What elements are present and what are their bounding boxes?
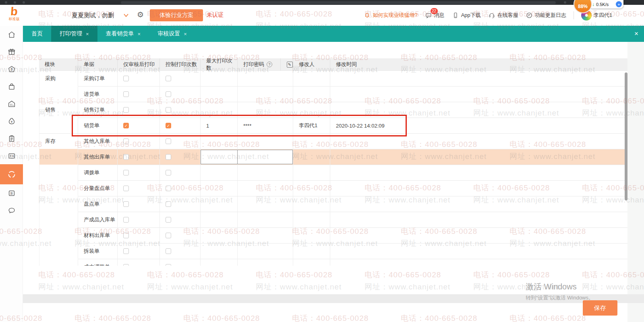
table-row[interactable]: 进货单	[39, 86, 627, 102]
checkbox[interactable]	[166, 107, 171, 113]
table-row[interactable]: 盘点单	[39, 196, 627, 212]
table-row[interactable]: 成本调整单	[39, 259, 627, 266]
table-row[interactable]: 拆装单	[39, 243, 627, 259]
only-after-audit-cell	[118, 196, 160, 212]
table-row[interactable]: 销货单✓✓1****李四代12020-10-22 14:02:09	[39, 118, 627, 133]
add-icon[interactable]: +	[616, 1, 622, 7]
edit-pencil-icon[interactable]: ✎	[287, 62, 293, 68]
sidebar-item-reports[interactable]	[0, 130, 23, 147]
editor-cell	[293, 227, 330, 243]
password-cell	[238, 180, 293, 196]
checkbox[interactable]	[123, 217, 129, 223]
checkbox[interactable]	[123, 154, 129, 160]
promo-link[interactable]: 如何实现业绩猛增?	[364, 12, 417, 19]
checkbox[interactable]	[123, 233, 129, 238]
table-row[interactable]: 材料出库单	[39, 227, 627, 243]
table-row[interactable]: 其他出库单	[39, 149, 627, 165]
headset-icon	[488, 12, 495, 19]
tab-close-icon[interactable]: ×	[138, 31, 141, 37]
gear-icon[interactable]: ⚙	[137, 10, 144, 19]
sidebar-item-purchase[interactable]: $	[0, 60, 23, 78]
new-badge-icon: 新	[7, 189, 16, 198]
only-after-audit-cell	[118, 133, 160, 149]
checkbox[interactable]	[166, 170, 171, 175]
checkbox[interactable]: ✓	[166, 123, 171, 128]
checkbox[interactable]	[123, 248, 129, 254]
header-time: 修改时间	[330, 58, 627, 70]
checkbox[interactable]	[123, 201, 129, 207]
tabbar-close-icon[interactable]: ×	[634, 26, 638, 42]
max-count-cell	[201, 212, 238, 227]
checkbox[interactable]	[166, 138, 171, 144]
tab-查看销货单[interactable]: 查看销货单×	[97, 26, 149, 42]
question-icon[interactable]: ?	[267, 62, 272, 67]
sidebar-item-promotion[interactable]	[0, 43, 23, 60]
sidebar-item-whats-new[interactable]: 新	[0, 184, 23, 202]
table-row[interactable]: 采购采购订单	[39, 70, 627, 86]
checkbox[interactable]	[166, 76, 171, 81]
changelog-button[interactable]: 功能更新日志	[526, 12, 566, 19]
browser-address-bar[interactable]	[121, 1, 556, 4]
app-logo[interactable]: b 标准版	[5, 5, 23, 22]
vertical-scrollbar-thumb[interactable]	[625, 72, 627, 200]
browser-back-icon[interactable]	[5, 1, 7, 4]
tab-审核设置[interactable]: 审核设置×	[149, 26, 195, 42]
checkbox[interactable]: ✓	[123, 123, 129, 128]
table-row[interactable]: 库存其他入库单	[39, 133, 627, 149]
checkbox[interactable]	[123, 186, 129, 191]
sync-icon	[7, 169, 17, 179]
table-row[interactable]: 产成品入库单	[39, 212, 627, 227]
not-certified-label[interactable]: 未认证	[207, 5, 224, 26]
dollar-house-icon: $	[7, 65, 16, 74]
checkbox[interactable]	[123, 264, 129, 266]
tab-close-icon[interactable]: ×	[86, 31, 89, 37]
browser-refresh-icon[interactable]	[23, 1, 25, 4]
table-row[interactable]: 调拨单	[39, 165, 627, 180]
browser-extension-icon[interactable]	[564, 1, 566, 4]
tab-首页[interactable]: 首页	[23, 26, 51, 42]
checkbox[interactable]	[166, 264, 171, 266]
save-button[interactable]: 保存	[583, 300, 617, 316]
module-cell	[39, 118, 78, 133]
app-download-button[interactable]: App下载	[452, 12, 481, 19]
checkbox[interactable]	[166, 91, 171, 97]
max-count-input[interactable]	[201, 150, 238, 164]
checkbox[interactable]	[123, 91, 129, 97]
chevron-down-icon[interactable]	[123, 12, 129, 19]
control-count-cell	[160, 227, 201, 243]
table-row[interactable]: 销售销售订单	[39, 102, 627, 118]
sidebar-item-inventory[interactable]	[0, 95, 23, 112]
checkbox[interactable]	[123, 107, 129, 113]
checkbox[interactable]	[166, 233, 171, 238]
time-cell	[330, 196, 627, 212]
checkbox[interactable]	[166, 186, 171, 191]
messages-button[interactable]: 消息 22	[425, 12, 445, 19]
checkbox[interactable]	[166, 154, 171, 160]
tab-close-icon[interactable]: ×	[184, 31, 187, 37]
company-selector[interactable]: 夏夏测试，勿删	[72, 5, 114, 26]
sidebar-item-contacts[interactable]: A	[0, 147, 23, 164]
tab-打印管理[interactable]: 打印管理×	[51, 26, 97, 42]
checkbox[interactable]	[123, 76, 129, 81]
online-service-button[interactable]: 在线客服	[488, 12, 518, 19]
password-input[interactable]	[237, 150, 293, 164]
checkbox[interactable]	[166, 217, 171, 223]
browser-forward-icon[interactable]	[14, 1, 16, 4]
password-cell	[238, 70, 293, 86]
checkbox[interactable]	[123, 138, 129, 144]
time-cell	[330, 102, 627, 118]
sidebar-item-sales[interactable]	[0, 78, 23, 95]
sidebar-item-settings-active[interactable]	[0, 164, 23, 184]
sidebar-item-feedback[interactable]	[0, 202, 23, 219]
checkbox[interactable]	[166, 248, 171, 254]
sidebar-item-funds[interactable]: ¥	[0, 112, 23, 130]
trial-plan-button[interactable]: 体验行业方案	[150, 9, 203, 21]
checkbox[interactable]	[166, 201, 171, 207]
editor-cell	[293, 180, 330, 196]
sidebar-item-home[interactable]	[0, 26, 23, 43]
net-speed-widget[interactable]: ↓ 0.5K/s +	[589, 0, 623, 8]
table-row[interactable]: 分量盘点单	[39, 180, 627, 196]
control-count-cell	[160, 243, 201, 259]
editor-cell	[293, 212, 330, 227]
checkbox[interactable]	[123, 170, 129, 175]
